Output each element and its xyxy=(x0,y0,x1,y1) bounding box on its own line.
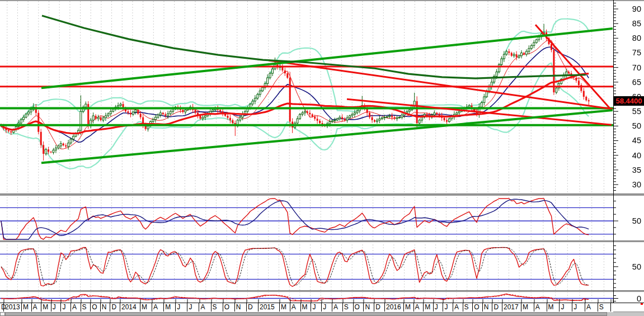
month-label: A xyxy=(414,303,424,312)
month-label: A xyxy=(332,303,343,312)
month-label: O xyxy=(354,303,364,312)
month-label: J xyxy=(560,303,572,312)
month-label: J xyxy=(311,303,322,312)
month-label: M xyxy=(22,303,32,312)
price-chart-canvas[interactable] xyxy=(0,0,644,316)
month-label: D xyxy=(492,303,502,312)
month-label: O xyxy=(91,303,101,312)
month-label: D xyxy=(110,303,120,312)
month-label: J xyxy=(51,303,62,312)
month-label: M xyxy=(424,303,434,312)
chart-root: 90858075706560555045403530 50500 58.4400… xyxy=(0,0,644,316)
time-axis: D2013MAMJJASOND2014MAMJJASOND2015MAMJJAS… xyxy=(0,303,613,312)
month-label: M xyxy=(280,303,290,312)
month-label: S xyxy=(463,303,473,312)
month-label: A xyxy=(32,303,42,312)
month-label: M xyxy=(547,303,560,312)
month-label: J xyxy=(322,303,332,312)
month-label: N xyxy=(483,303,493,312)
month-label: A xyxy=(152,303,164,312)
month-label: J xyxy=(187,303,199,312)
month-label: D xyxy=(0,303,4,312)
month-label: S xyxy=(598,303,611,312)
year-label: 2015 xyxy=(258,303,280,312)
year-label: 2014 xyxy=(120,303,140,312)
month-label: O xyxy=(473,303,483,312)
month-label: M xyxy=(521,303,534,312)
month-label: J xyxy=(434,303,444,312)
month-label: O xyxy=(223,303,235,312)
month-label: S xyxy=(211,303,223,312)
month-label: J xyxy=(443,303,453,312)
month-label: J xyxy=(61,303,71,312)
year-label: 2013 xyxy=(4,303,22,312)
month-label: A xyxy=(534,303,547,312)
month-label: M xyxy=(301,303,312,312)
month-label xyxy=(611,303,613,312)
month-label: D xyxy=(247,303,258,312)
month-label: S xyxy=(81,303,91,312)
month-label: M xyxy=(140,303,152,312)
month-label: J xyxy=(572,303,585,312)
month-label: M xyxy=(404,303,414,312)
month-label: A xyxy=(453,303,463,312)
month-label: N xyxy=(364,303,374,312)
month-label: A xyxy=(200,303,211,312)
month-label: N xyxy=(101,303,111,312)
year-label: 2017 xyxy=(502,303,521,312)
month-label: M xyxy=(164,303,176,312)
year-label: 2016 xyxy=(385,303,404,312)
month-label: A xyxy=(585,303,598,312)
month-label: A xyxy=(71,303,81,312)
month-label: A xyxy=(290,303,301,312)
month-label: N xyxy=(235,303,247,312)
month-label: D xyxy=(374,303,385,312)
month-label: J xyxy=(176,303,187,312)
month-label: S xyxy=(343,303,354,312)
month-label: M xyxy=(41,303,51,312)
